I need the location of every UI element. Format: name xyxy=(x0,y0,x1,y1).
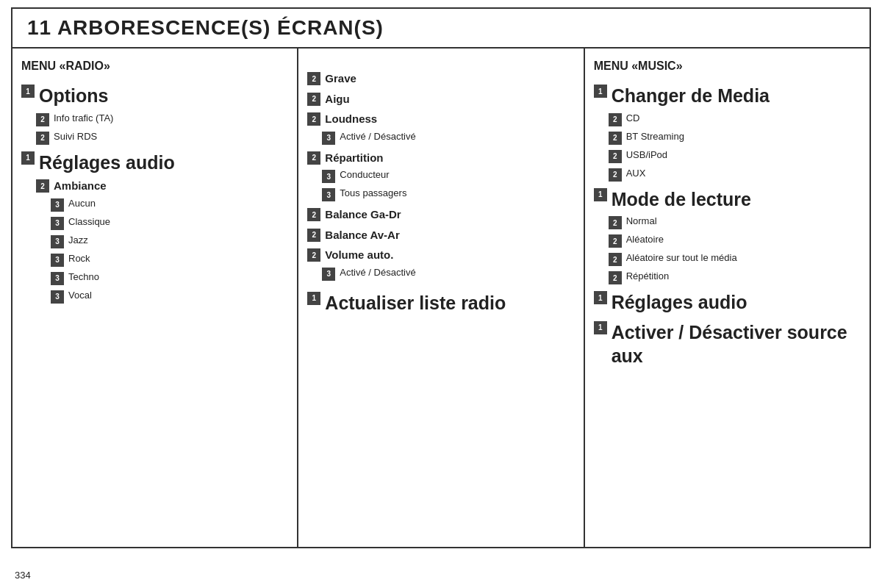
item-label: Activé / Désactivé xyxy=(340,267,415,279)
badge-level3: 3 xyxy=(51,217,64,230)
badge-level3: 3 xyxy=(322,188,335,201)
badge-level2: 2 xyxy=(609,132,622,145)
list-item: 2 Loudness xyxy=(307,112,574,126)
badge-level2: 2 xyxy=(307,93,320,106)
badge-level2: 2 xyxy=(609,216,622,229)
column-music-title: MENU «MUSIC» xyxy=(594,60,861,73)
badge-level1: 1 xyxy=(21,85,35,98)
list-item: 2 USB/iPod xyxy=(609,149,861,163)
list-item: 2 Info trafic (TA) xyxy=(36,112,288,126)
item-label: Techno xyxy=(68,271,99,284)
badge-level2: 2 xyxy=(609,253,622,266)
badge-level1: 1 xyxy=(594,188,607,201)
item-label: Aléatoire sur tout le média xyxy=(626,252,737,265)
list-item: 1 Options xyxy=(21,84,288,108)
column-radio: MENU «RADIO» 1 Options 2 Info trafic (TA… xyxy=(12,49,298,547)
item-label: Aigu xyxy=(325,92,349,107)
list-item: 2 AUX xyxy=(609,168,861,182)
list-item: 2 Balance Ga-Dr xyxy=(307,207,574,222)
item-label: Suivi RDS xyxy=(54,131,97,143)
badge-level2: 2 xyxy=(609,168,622,182)
item-label: Conducteur xyxy=(340,169,389,182)
badge-level3: 3 xyxy=(51,198,64,212)
item-label: CD xyxy=(626,112,640,125)
list-item: 2 Suivi RDS xyxy=(36,131,288,145)
item-label: Volume auto. xyxy=(325,248,393,262)
item-label: Rock xyxy=(68,253,90,265)
item-label: Loudness xyxy=(325,112,377,126)
page-header: 11 ARBORESCENCE(S) ÉCRAN(S) xyxy=(11,7,871,49)
badge-level2: 2 xyxy=(307,229,320,242)
list-item: 1 Actualiser liste radio xyxy=(307,291,574,315)
item-label: Répétition xyxy=(626,270,670,283)
item-label: Info trafic (TA) xyxy=(54,112,113,125)
page-title: 11 ARBORESCENCE(S) ÉCRAN(S) xyxy=(27,16,384,40)
item-label: Activer / Désactiver source aux xyxy=(612,320,861,368)
item-label: Normal xyxy=(626,215,657,228)
badge-level3: 3 xyxy=(322,132,335,145)
badge-level2: 2 xyxy=(307,72,320,85)
badge-level2: 2 xyxy=(609,113,622,126)
list-item: 2 Aléatoire xyxy=(609,234,861,248)
list-item: 2 Aléatoire sur tout le média xyxy=(609,252,861,266)
item-label: Changer de Media xyxy=(612,84,770,108)
item-label: Ambiance xyxy=(54,179,107,193)
content-area: MENU «RADIO» 1 Options 2 Info trafic (TA… xyxy=(11,49,871,548)
item-label: Aucun xyxy=(68,198,96,210)
item-label: Balance Ga-Dr xyxy=(325,207,401,222)
item-label: AUX xyxy=(626,168,646,180)
badge-level2: 2 xyxy=(307,151,320,165)
list-item: 2 Normal xyxy=(609,215,861,229)
badge-level1: 1 xyxy=(594,85,607,98)
item-label: Réglages audio xyxy=(612,290,747,315)
column-audio: 2 Grave 2 Aigu 2 Loudness 3 Activé / Dés… xyxy=(298,49,584,547)
list-item: 1 Mode de lecture xyxy=(594,187,861,212)
item-label: Aléatoire xyxy=(626,234,664,246)
item-label: Réglages audio xyxy=(39,151,175,175)
list-item: 2 Ambiance xyxy=(36,179,288,193)
list-item: 2 Répartition xyxy=(307,151,574,165)
badge-level1: 1 xyxy=(594,321,607,334)
list-item: 3 Tous passagers xyxy=(322,187,574,201)
list-item: 1 Réglages audio xyxy=(21,151,288,175)
item-label: BT Streaming xyxy=(626,131,684,143)
item-label: Balance Av-Ar xyxy=(325,228,399,243)
badge-level2: 2 xyxy=(36,113,49,126)
badge-level2: 2 xyxy=(36,132,49,145)
badge-level2: 2 xyxy=(609,271,622,284)
badge-level3: 3 xyxy=(51,290,64,304)
column-radio-title: MENU «RADIO» xyxy=(21,60,288,73)
list-item: 2 Balance Av-Ar xyxy=(307,228,574,243)
list-item: 3 Activé / Désactivé xyxy=(322,131,574,145)
list-item: 3 Techno xyxy=(51,271,288,285)
list-item: 3 Jazz xyxy=(51,234,288,248)
badge-level3: 3 xyxy=(322,268,335,281)
badge-level1: 1 xyxy=(307,292,320,305)
item-label: USB/iPod xyxy=(626,149,667,162)
item-label: Vocal xyxy=(68,290,92,302)
badge-level1: 1 xyxy=(594,291,607,304)
item-label: Mode de lecture xyxy=(612,187,751,212)
list-item: 2 CD xyxy=(609,112,861,126)
list-item: 2 Volume auto. xyxy=(307,248,574,262)
badge-level2: 2 xyxy=(307,112,320,126)
badge-level2: 2 xyxy=(36,179,49,193)
badge-level2: 2 xyxy=(609,234,622,248)
list-item: 2 BT Streaming xyxy=(609,131,861,145)
badge-level2: 2 xyxy=(609,150,622,163)
list-item: 2 Grave xyxy=(307,71,574,86)
badge-level3: 3 xyxy=(51,254,64,267)
list-item: 3 Activé / Désactivé xyxy=(322,267,574,281)
badge-level3: 3 xyxy=(51,235,64,248)
badge-level1: 1 xyxy=(21,151,35,165)
list-item: 2 Aigu xyxy=(307,92,574,107)
page-number: 334 xyxy=(15,570,31,581)
list-item: 1 Changer de Media xyxy=(594,84,861,108)
item-label: Classique xyxy=(68,216,110,229)
list-item: 1 Réglages audio xyxy=(594,290,861,315)
list-item: 3 Rock xyxy=(51,253,288,267)
badge-level3: 3 xyxy=(322,170,335,183)
list-item: 3 Conducteur xyxy=(322,169,574,183)
list-item: 3 Classique xyxy=(51,216,288,230)
item-label: Grave xyxy=(325,71,356,86)
